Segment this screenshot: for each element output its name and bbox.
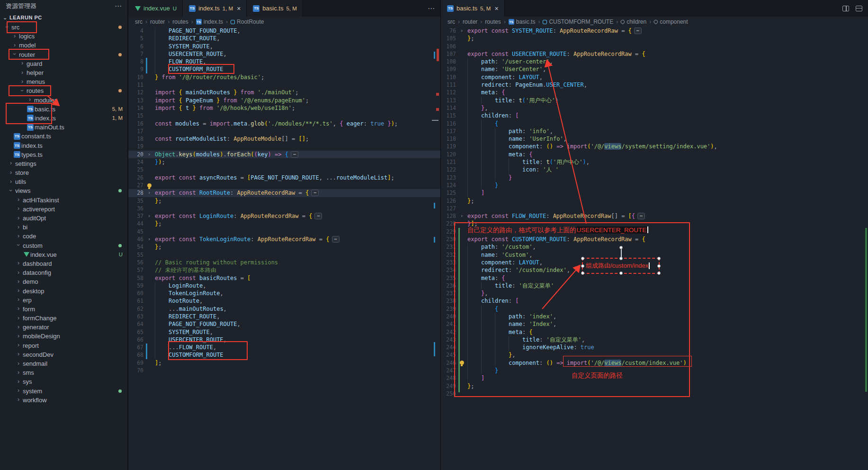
code-line-69[interactable]: 69]; [128, 359, 440, 367]
fold-chevron-icon[interactable]: › [144, 235, 154, 243]
code-line-247[interactable]: 247} [441, 367, 868, 374]
code-line-17[interactable]: 17 [128, 127, 440, 135]
tree-item-report[interactable]: ›report [0, 341, 127, 350]
tree-item-mobiledesign[interactable]: ›mobileDesign [0, 332, 127, 341]
code-line-46[interactable]: 46›export const TokenLoginRoute: AppRout… [128, 235, 440, 243]
tree-item-erp[interactable]: ›erp [0, 296, 127, 305]
tree-item-dataconfig[interactable]: ›dataconfig [0, 268, 127, 277]
code-line-62[interactable]: 62...mainOutRoutes, [128, 305, 440, 313]
code-line-106[interactable]: 106 [441, 43, 868, 50]
code-line-113[interactable]: 113title: t('用户中心') [441, 97, 868, 104]
code-line-116[interactable]: 116{ [441, 120, 868, 127]
breadcrumb-item[interactable]: CUSTOMFORM_ROUTE [549, 18, 613, 25]
workspace-section-header[interactable]: ⌄ LEARUN PC [0, 12, 127, 23]
tree-item-demo[interactable]: ›demo [0, 277, 127, 286]
tree-item-settings[interactable]: ›settings [0, 159, 127, 168]
code-line-110[interactable]: 110component: LAYOUT, [441, 73, 868, 81]
code-line-18[interactable]: 18const routeModuleList: AppRouteModule[… [128, 135, 440, 143]
code-line-60[interactable]: 60TokenLoginRoute, [128, 289, 440, 297]
code-line-28[interactable]: 28›export const RootRoute: AppRouteRecor… [128, 189, 440, 197]
code-line-249[interactable]: 249}; [441, 382, 868, 390]
code-line-58[interactable]: 58export const basicRoutes = [ [128, 274, 440, 282]
breadcrumb-item[interactable]: index.ts [204, 18, 223, 25]
code-line-7[interactable]: 7USERCENTER_ROUTE, [128, 50, 440, 58]
code-line-45[interactable]: 45 [128, 228, 440, 235]
more-actions-icon[interactable]: ⋯ [428, 4, 435, 13]
split-editor-icon[interactable] [842, 6, 849, 11]
tree-item-src[interactable]: ›src [0, 23, 127, 32]
fold-chevron-icon[interactable]: › [457, 212, 466, 220]
tree-item-sys[interactable]: ›sys [0, 377, 127, 386]
code-line-35[interactable]: 35}; [128, 197, 440, 205]
code-line-107[interactable]: 107export const USERCENTER_ROUTE: AppRou… [441, 50, 868, 58]
tree-item-routes[interactable]: ›routes [0, 86, 127, 95]
tab-basic-ts[interactable]: TSbasic.ts5, M [247, 0, 303, 17]
code-line-234[interactable]: 234redirect: '/custom/index', [441, 266, 868, 274]
code-line-237[interactable]: 237}, [441, 289, 868, 297]
tab-index-ts[interactable]: TSindex.ts1, M× [183, 0, 247, 17]
code-line-123[interactable]: 123} [441, 174, 868, 181]
code-line-120[interactable]: 120meta: { [441, 151, 868, 158]
code-line-57[interactable]: 57// 未经许可的基本路由 [128, 266, 440, 274]
code-line-24[interactable]: 24}); [128, 158, 440, 166]
code-line-55[interactable]: 55 [128, 251, 440, 259]
code-line-25[interactable]: 25 [128, 166, 440, 173]
code-editor-basic-ts[interactable]: 76›export const SYSTEM_ROUTE: AppRouteRe… [441, 27, 868, 470]
tree-item-types-ts[interactable]: TStypes.ts [0, 150, 127, 159]
code-line-76[interactable]: 76›export const SYSTEM_ROUTE: AppRouteRe… [441, 27, 868, 35]
code-line-236[interactable]: 236title: '自定义菜单' [441, 282, 868, 289]
breadcrumb-item[interactable]: src [135, 18, 143, 25]
code-line-8[interactable]: 8FLOW_ROUTE, [128, 58, 440, 65]
breadcrumb-item[interactable]: routes [485, 18, 501, 25]
code-line-232[interactable]: 232name: 'Custom', [441, 251, 868, 259]
code-line-229[interactable]: 229 [441, 228, 868, 235]
code-line-105[interactable]: 105}; [441, 35, 868, 42]
tree-item-constant-ts[interactable]: TSconstant.ts [0, 132, 127, 141]
code-line-246[interactable]: 246component: () => import('/@/views/cus… [441, 359, 868, 367]
tree-item-workflow[interactable]: ›workflow [0, 396, 127, 405]
tree-item-helper[interactable]: ›helper [0, 68, 127, 77]
code-line-108[interactable]: 108path: '/user-center', [441, 58, 868, 65]
explorer-more-icon[interactable]: ⋯ [115, 2, 122, 10]
code-line-36[interactable]: 36 [128, 205, 440, 212]
code-line-9[interactable]: 9CUSTOMFORM_ROUTE [128, 65, 440, 73]
tree-item-formchange[interactable]: ›formChange [0, 314, 127, 323]
code-line-12[interactable]: 12import { mainOutRoutes } from './mainO… [128, 89, 440, 96]
code-line-125[interactable]: 125] [441, 189, 868, 197]
code-line-20[interactable]: 20›Object.keys(modules).forEach((key) =>… [128, 151, 440, 158]
fold-chevron-icon[interactable]: › [457, 27, 466, 35]
code-line-121[interactable]: 121title: t('用户中心'), [441, 158, 868, 166]
code-line-16[interactable]: 16const modules = import.meta.glob('./mo… [128, 120, 440, 127]
breadcrumb-item[interactable]: router [463, 18, 477, 25]
code-line-65[interactable]: 65SYSTEM_ROUTE, [128, 328, 440, 336]
tree-item-desktop[interactable]: ›desktop [0, 286, 127, 295]
breadcrumb-item[interactable]: src [447, 18, 455, 25]
breadcrumb-item[interactable]: component [660, 18, 688, 25]
code-line-126[interactable]: 126}; [441, 197, 868, 205]
code-line-248[interactable]: 248] [441, 374, 868, 382]
breadcrumb-item[interactable]: children [626, 18, 646, 25]
tree-item-mainout-ts[interactable]: TSmainOut.ts [0, 123, 127, 132]
fold-chevron-icon[interactable]: › [144, 189, 154, 197]
code-line-56[interactable]: 56// Basic routing without permissions [128, 259, 440, 266]
code-line-26[interactable]: 26export const asyncRoutes = [PAGE_NOT_F… [128, 174, 440, 181]
tree-item-index-ts[interactable]: TSindex.ts [0, 141, 127, 150]
tree-item-bi[interactable]: ›bi [0, 223, 127, 232]
code-line-61[interactable]: 61RootRoute, [128, 297, 440, 305]
code-line-235[interactable]: 235meta: { [441, 274, 868, 282]
tab-index-vue[interactable]: index.vueU [128, 0, 183, 17]
code-line-112[interactable]: 112meta: { [441, 89, 868, 96]
close-icon[interactable]: × [237, 5, 241, 12]
tree-item-code[interactable]: ›code [0, 232, 127, 241]
code-line-111[interactable]: 111redirect: PageEnum.USER_CENTER, [441, 81, 868, 89]
lightbulb-icon[interactable] [144, 181, 154, 189]
code-line-67[interactable]: 67...FLOW_ROUTE, [128, 343, 440, 351]
code-line-54[interactable]: 54}; [128, 243, 440, 251]
tree-item-model[interactable]: ›model [0, 41, 127, 50]
tree-item-store[interactable]: ›store [0, 168, 127, 177]
code-line-10[interactable]: 10} from '/@/router/routes/basic'; [128, 73, 440, 81]
code-line-118[interactable]: 118name: 'UserInfo', [441, 135, 868, 143]
code-line-127[interactable]: 127 [441, 205, 868, 212]
code-line-70[interactable]: 70 [128, 367, 440, 374]
code-line-243[interactable]: 243title: '自定义菜单', [441, 336, 868, 343]
